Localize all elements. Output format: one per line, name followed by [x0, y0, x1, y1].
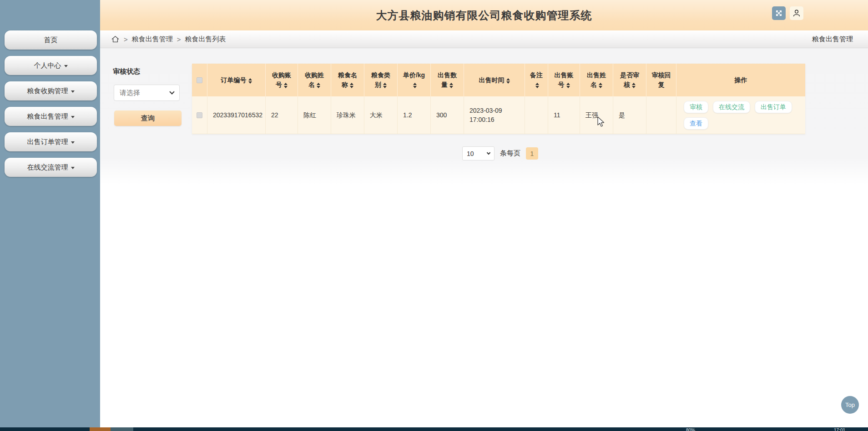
cell-order-no: 20233917016532 — [207, 96, 266, 134]
col-header-grain-type[interactable]: 粮食类别 — [364, 64, 398, 96]
cell-unit-price: 1.2 — [398, 96, 431, 134]
breadcrumb-right-label: 粮食出售管理 — [812, 35, 853, 44]
col-header-audit-reply: 审核回复 — [646, 64, 676, 96]
chevron-down-icon — [487, 150, 490, 154]
breadcrumb-separator: > — [177, 35, 181, 43]
col-header-grain-name[interactable]: 粮食名称 — [331, 64, 364, 96]
search-button-label: 查询 — [141, 114, 155, 123]
sort-icon[interactable] — [284, 83, 288, 88]
sidebar-item-online-chat-mgmt[interactable]: 在线交流管理 — [5, 158, 97, 177]
main-content: 审核状态 请选择 查询 订单编号 收购账号 收购姓名 粮食名称 粮食类别 单价/… — [100, 48, 868, 427]
grain-sale-table: 订单编号 收购账号 收购姓名 粮食名称 粮食类别 单价/kg 出售数量 出售时间… — [192, 64, 805, 134]
pagination: 10 条每页 1 — [462, 146, 538, 160]
search-button[interactable]: 查询 — [114, 110, 182, 126]
person-icon — [792, 9, 801, 18]
sidebar-item-label: 粮食收购管理 — [27, 87, 68, 95]
row-checkbox[interactable] — [197, 112, 202, 118]
sidebar-item-grain-sale-mgmt[interactable]: 粮食出售管理 — [5, 107, 97, 126]
breadcrumb-separator: > — [124, 35, 128, 43]
audit-button[interactable]: 审核 — [684, 101, 708, 113]
sort-icon[interactable] — [350, 83, 353, 88]
select-all-checkbox[interactable] — [197, 77, 202, 83]
col-header-unit-price[interactable]: 单价/kg — [398, 64, 431, 96]
chevron-down-icon — [169, 89, 174, 94]
cell-sell-time: 2023-03-09 17:00:16 — [464, 96, 525, 134]
sort-icon[interactable] — [449, 83, 453, 88]
table-header-row: 订单编号 收购账号 收购姓名 粮食名称 粮食类别 单价/kg 出售数量 出售时间… — [192, 64, 805, 96]
caret-down-icon — [71, 167, 75, 169]
taskbar-zoom-level: 80% — [686, 428, 695, 431]
per-page-label: 条每页 — [500, 149, 520, 158]
sidebar-item-home[interactable]: 首页 — [5, 30, 97, 50]
cell-audit-reply — [646, 96, 676, 134]
breadcrumb-grain-sale-list[interactable]: 粮食出售列表 — [185, 35, 226, 44]
col-header-buy-name[interactable]: 收购姓名 — [298, 64, 331, 96]
page-button-1[interactable]: 1 — [526, 147, 538, 160]
breadcrumb: > 粮食出售管理 > 粮食出售列表 粮食出售管理 — [100, 30, 868, 48]
taskbar: 80% 17:01 — [0, 427, 868, 431]
cell-grain-name: 珍珠米 — [331, 96, 364, 134]
sale-order-button[interactable]: 出售订单 — [755, 101, 792, 113]
sort-icon[interactable] — [599, 83, 602, 88]
col-header-buy-account[interactable]: 收购账号 — [266, 64, 298, 96]
home-icon[interactable] — [111, 35, 120, 44]
page-size-value: 10 — [467, 150, 474, 157]
view-button[interactable]: 查看 — [684, 117, 708, 130]
audit-status-select[interactable]: 请选择 — [114, 85, 180, 101]
cell-remark — [525, 96, 548, 134]
online-chat-button[interactable]: 在线交流 — [713, 101, 750, 113]
cell-actions: 审核 在线交流 出售订单 查看 — [676, 96, 805, 134]
sidebar-item-label: 在线交流管理 — [27, 163, 68, 172]
cell-buy-name: 陈红 — [298, 96, 331, 134]
sort-icon[interactable] — [413, 83, 417, 88]
col-header-order-no[interactable]: 订单编号 — [207, 64, 266, 96]
sidebar-item-sale-order-mgmt[interactable]: 出售订单管理 — [5, 132, 97, 151]
cell-sell-name: 王强 — [580, 96, 613, 134]
sidebar-item-label: 个人中心 — [34, 61, 61, 70]
sidebar-item-label: 粮食出售管理 — [27, 112, 68, 121]
sort-icon[interactable] — [317, 83, 320, 88]
audit-status-select-value: 请选择 — [120, 89, 140, 97]
select-all-cell — [192, 64, 207, 96]
caret-down-icon — [64, 65, 68, 67]
taskbar-clock: 17:01 — [834, 428, 845, 431]
table-row: 20233917016532 22 陈红 珍珠米 大米 1.2 300 2023… — [192, 96, 805, 134]
page-size-select[interactable]: 10 — [462, 146, 495, 160]
col-header-sell-name[interactable]: 出售姓名 — [580, 64, 613, 96]
cell-audited: 是 — [613, 96, 646, 134]
audit-status-label: 审核状态 — [113, 67, 140, 76]
cell-buy-account: 22 — [266, 96, 298, 134]
sort-icon[interactable] — [632, 83, 636, 88]
taskbar-app[interactable] — [111, 427, 133, 431]
caret-down-icon — [71, 116, 75, 118]
caret-down-icon — [71, 90, 75, 93]
col-header-audited[interactable]: 是否审核 — [613, 64, 646, 96]
sidebar-item-label: 首页 — [44, 36, 58, 45]
taskbar-app-active[interactable] — [90, 427, 111, 431]
breadcrumb-grain-sale-mgmt[interactable]: 粮食出售管理 — [132, 35, 173, 44]
sort-icon[interactable] — [506, 78, 510, 84]
sort-icon[interactable] — [383, 83, 387, 88]
sidebar: 首页 个人中心 粮食收购管理 粮食出售管理 出售订单管理 在线交流管理 — [0, 0, 100, 427]
col-header-sell-account[interactable]: 出售账号 — [548, 64, 580, 96]
caret-down-icon — [71, 141, 75, 144]
cell-grain-type: 大米 — [364, 96, 398, 134]
app-header: 大方县粮油购销有限公司粮食收购管理系统 — [100, 0, 868, 30]
user-button[interactable] — [790, 6, 803, 20]
sort-icon[interactable] — [535, 83, 539, 88]
col-header-quantity[interactable]: 出售数量 — [431, 64, 464, 96]
col-header-remark[interactable]: 备注 — [525, 64, 548, 96]
back-to-top-button[interactable]: Top — [841, 396, 859, 414]
page-title: 大方县粮油购销有限公司粮食收购管理系统 — [376, 8, 592, 23]
sidebar-item-label: 出售订单管理 — [27, 138, 68, 146]
fullscreen-expand-icon — [775, 9, 783, 17]
fullscreen-button[interactable] — [772, 6, 786, 20]
col-header-sell-time[interactable]: 出售时间 — [464, 64, 525, 96]
sort-icon[interactable] — [566, 83, 570, 88]
sort-icon[interactable] — [248, 78, 252, 84]
sidebar-item-personal-center[interactable]: 个人中心 — [5, 56, 97, 75]
col-header-actions: 操作 — [676, 64, 805, 96]
row-select-cell — [192, 96, 207, 134]
cell-quantity: 300 — [431, 96, 464, 134]
sidebar-item-grain-purchase-mgmt[interactable]: 粮食收购管理 — [5, 81, 97, 100]
